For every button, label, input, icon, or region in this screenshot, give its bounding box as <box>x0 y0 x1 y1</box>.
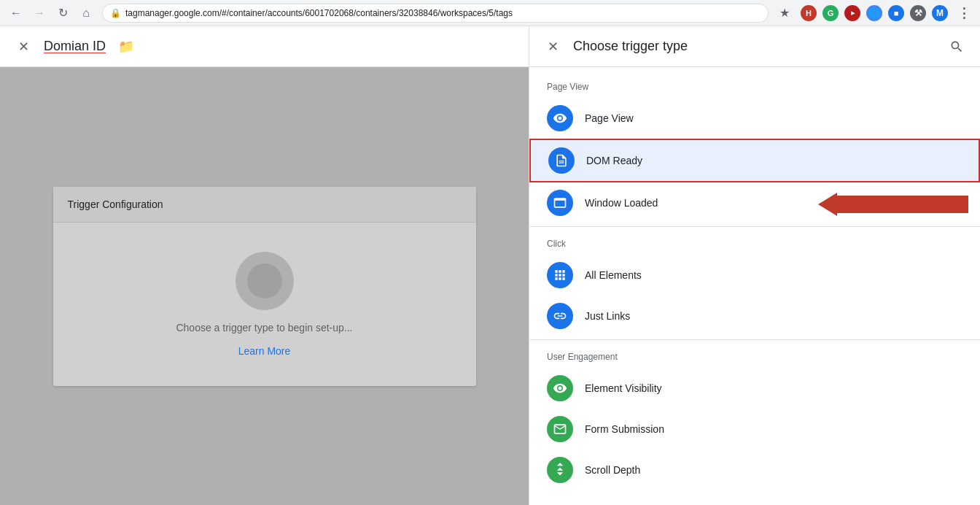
bookmark-icon[interactable]: ★ <box>774 3 795 23</box>
gtm-panel: ✕ Domian ID 📁 Trigger Configuration <box>0 26 529 505</box>
trigger-item-all-elements[interactable]: All Elements <box>529 255 980 296</box>
element-visibility-name: Element Visibility <box>585 382 662 394</box>
trigger-list: Page View Page View <box>529 67 980 505</box>
scroll-depth-icon <box>547 457 573 483</box>
trigger-config-card: Trigger Configuration Choose a trigger t… <box>53 187 476 386</box>
section-label-page-view: Page View <box>529 73 980 98</box>
trigger-panel: ✕ Choose trigger type Page View <box>529 26 980 505</box>
gtm-folder-button[interactable]: 📁 <box>114 35 138 58</box>
extension-translate[interactable]: 🌐 <box>866 5 882 21</box>
gtm-topbar: ✕ Domian ID 📁 <box>0 26 529 67</box>
all-elements-icon <box>547 262 573 288</box>
trigger-panel-title: Choose trigger type <box>573 39 936 54</box>
trigger-item-just-links[interactable]: Just Links <box>529 296 980 336</box>
trigger-panel-search-button[interactable] <box>945 35 968 58</box>
divider-2 <box>529 339 980 340</box>
just-links-name: Just Links <box>585 310 630 322</box>
gtm-content-area: Trigger Configuration Choose a trigger t… <box>0 67 529 505</box>
trigger-panel-header: ✕ Choose trigger type <box>529 26 980 67</box>
nav-buttons: ← → ↻ ⌂ <box>6 3 96 23</box>
extension-square[interactable]: ■ <box>888 5 904 21</box>
main-layout: ✕ Domian ID 📁 Trigger Configuration <box>0 26 980 505</box>
dom-ready-icon <box>548 147 575 174</box>
dom-ready-name: DOM Ready <box>586 155 642 166</box>
home-button[interactable]: ⌂ <box>76 3 96 23</box>
back-button[interactable]: ← <box>6 3 26 23</box>
trigger-config-header: Trigger Configuration <box>53 187 476 223</box>
trigger-config-text: Choose a trigger type to begin set-up... <box>176 322 352 334</box>
trigger-item-scroll-depth[interactable]: Scroll Depth <box>529 450 980 490</box>
window-loaded-name: Window Loaded <box>585 197 658 209</box>
address-bar[interactable]: 🔒 tagmanager.google.com/#/container/acco… <box>102 4 769 23</box>
extension-grammarly[interactable]: G <box>822 5 839 21</box>
extension-acrobat[interactable]: ▸ <box>844 5 860 21</box>
page-view-icon <box>547 105 573 131</box>
scroll-depth-name: Scroll Depth <box>585 464 640 476</box>
trigger-item-form-submission[interactable]: Form Submission <box>529 409 980 450</box>
trigger-config-body: Choose a trigger type to begin set-up...… <box>53 223 476 386</box>
page-view-name: Page View <box>585 112 634 124</box>
just-links-icon <box>547 303 573 329</box>
trigger-item-page-view[interactable]: Page View <box>529 98 980 139</box>
user-avatar[interactable]: M <box>932 5 948 21</box>
right-panel-container: ✕ Choose trigger type Page View <box>529 26 980 505</box>
trigger-icon-inner <box>247 263 282 298</box>
gtm-close-button[interactable]: ✕ <box>12 35 35 58</box>
window-loaded-icon <box>547 190 573 216</box>
trigger-item-dom-ready[interactable]: DOM Ready <box>529 139 980 182</box>
trigger-icon-circle <box>236 252 294 310</box>
section-label-user-engagement: User Engagement <box>529 343 980 368</box>
form-submission-icon <box>547 416 573 442</box>
trigger-item-window-loaded[interactable]: Window Loaded <box>529 182 980 223</box>
browser-chrome: ← → ↻ ⌂ 🔒 tagmanager.google.com/#/contai… <box>0 0 980 26</box>
extension-hootsuite[interactable]: H <box>801 5 817 21</box>
trigger-item-element-visibility[interactable]: Element Visibility <box>529 368 980 409</box>
form-submission-name: Form Submission <box>585 423 664 435</box>
element-visibility-icon <box>547 375 573 401</box>
section-label-click: Click <box>529 230 980 255</box>
reload-button[interactable]: ↻ <box>52 3 73 23</box>
trigger-panel-close-button[interactable]: ✕ <box>541 35 564 58</box>
divider-1 <box>529 226 980 227</box>
learn-more-link[interactable]: Learn More <box>238 345 291 357</box>
forward-button[interactable]: → <box>29 3 50 23</box>
gtm-workspace-title: Domian ID <box>44 39 106 54</box>
trigger-config-title: Trigger Configuration <box>68 198 163 210</box>
address-text: tagmanager.google.com/#/container/accoun… <box>125 8 761 18</box>
menu-button[interactable]: ⋮ <box>954 3 974 23</box>
lock-icon: 🔒 <box>110 8 121 18</box>
all-elements-name: All Elements <box>585 269 642 281</box>
extension-puzzle[interactable]: ⚒ <box>910 5 926 21</box>
